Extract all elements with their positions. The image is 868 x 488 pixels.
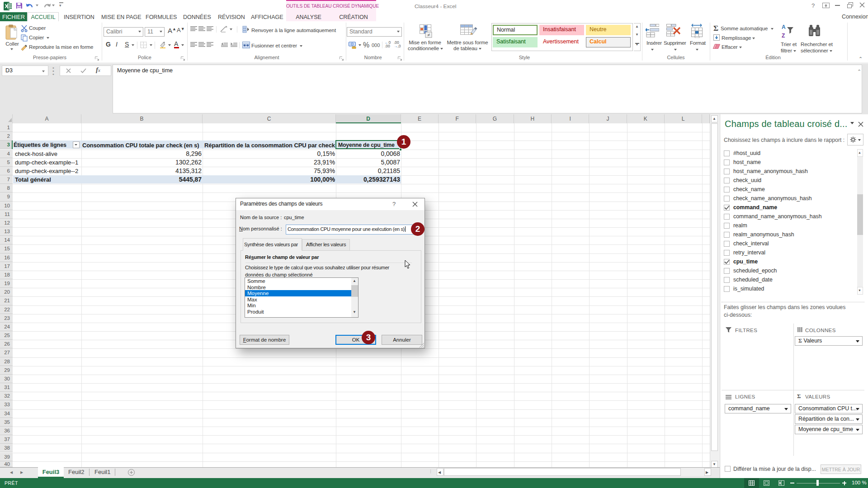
svg-text:≠: ≠ (427, 32, 430, 38)
